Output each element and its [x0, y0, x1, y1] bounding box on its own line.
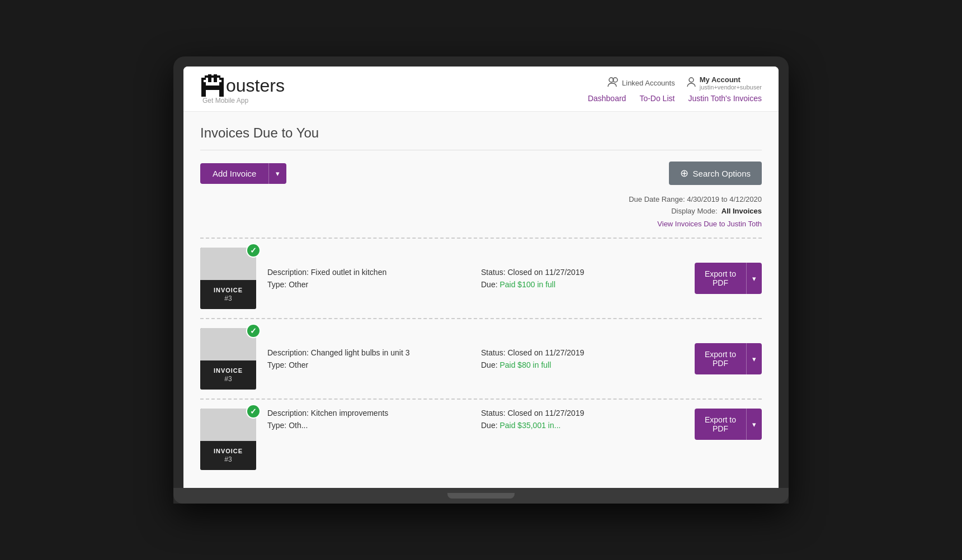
- svg-rect-2: [201, 86, 224, 90]
- desc-label: Description:: [267, 409, 309, 417]
- get-mobile-link[interactable]: Get Mobile App: [200, 97, 285, 105]
- invoice-status: Status: Closed on 11/27/2019: [481, 409, 683, 417]
- my-account-user: justin+vendor+subuser: [700, 84, 762, 91]
- invoice-thumbnail: ✓ INVOICE #3: [200, 328, 256, 390]
- invoice-status: Status: Closed on 11/27/2019: [481, 348, 683, 357]
- svg-rect-6: [204, 80, 206, 82]
- search-options-label: Search Options: [693, 169, 751, 178]
- nav-invoices[interactable]: Justin Toth's Invoices: [688, 94, 762, 103]
- status-label: Status:: [481, 348, 506, 357]
- type-value: Other: [289, 280, 308, 289]
- type-value: Other: [289, 360, 308, 369]
- invoice-thumbnail: ✓ INVOICE #3: [200, 409, 256, 470]
- invoice-status-area: Status: Closed on 11/27/2019 Due: Paid $…: [481, 268, 683, 289]
- invoice-type: Type: Oth...: [267, 421, 470, 430]
- check-badge: ✓: [246, 324, 261, 338]
- invoice-description: Description: Fixed outlet in kitchen: [267, 268, 470, 277]
- desc-value: Kitchen improvements: [311, 409, 389, 417]
- invoice-item: ✓ INVOICE #3 Description: Changed light …: [200, 319, 762, 400]
- linked-accounts-icon: [607, 77, 619, 89]
- add-invoice-button[interactable]: Add Invoice: [200, 163, 268, 184]
- search-options-button[interactable]: ⊕ Search Options: [669, 162, 762, 185]
- title-divider: [200, 150, 762, 150]
- invoice-label-text: INVOICE: [214, 287, 243, 293]
- invoice-label-text: INVOICE: [214, 367, 243, 374]
- invoice-details: Description: Changed light bulbs in unit…: [267, 348, 470, 369]
- laptop-notch: [447, 493, 515, 499]
- add-invoice-dropdown-button[interactable]: ▾: [268, 163, 286, 184]
- laptop-screen: ousters Get Mobile App Linked: [183, 67, 779, 488]
- export-pdf-button[interactable]: Export toPDF: [695, 263, 746, 294]
- export-group: Export toPDF ▾: [695, 343, 762, 374]
- invoice-description: Description: Changed light bulbs in unit…: [267, 348, 470, 357]
- status-label: Status:: [481, 409, 506, 417]
- logo-title: ousters: [200, 73, 285, 98]
- invoice-number: #3: [224, 295, 232, 302]
- invoice-status: Status: Closed on 11/27/2019: [481, 268, 683, 277]
- my-account-label: My Account: [700, 75, 762, 84]
- invoice-list: ✓ INVOICE #3 Description: Fixed outlet i…: [200, 238, 762, 474]
- due-label: Due:: [481, 280, 498, 289]
- logo-text: ousters: [226, 75, 285, 96]
- due-value: Paid $100 in full: [499, 280, 555, 289]
- invoice-number: #3: [224, 375, 232, 383]
- nav-todo[interactable]: To-Do List: [639, 94, 675, 103]
- invoice-type: Type: Other: [267, 360, 470, 369]
- status-value: Closed on 11/27/2019: [507, 348, 584, 357]
- add-invoice-group: Add Invoice ▾: [200, 163, 286, 184]
- display-mode-prefix: Display Mode:: [671, 207, 717, 215]
- logo-icon: [200, 73, 225, 98]
- my-account-area: My Account justin+vendor+subuser: [686, 75, 762, 91]
- type-label: Type:: [267, 421, 286, 430]
- laptop-frame: ousters Get Mobile App Linked: [173, 56, 789, 504]
- due-value: Paid $80 in full: [499, 360, 551, 369]
- svg-rect-5: [205, 75, 220, 78]
- export-dropdown-button[interactable]: ▾: [746, 263, 762, 294]
- laptop-base: [173, 488, 789, 504]
- due-label: Due:: [481, 360, 498, 369]
- app-header: ousters Get Mobile App Linked: [183, 67, 779, 112]
- export-dropdown-button[interactable]: ▾: [746, 409, 762, 440]
- page-title: Invoices Due to You: [200, 125, 762, 141]
- invoice-number: #3: [224, 455, 232, 463]
- linked-accounts-button[interactable]: Linked Accounts: [607, 77, 675, 89]
- type-value-partial: Oth...: [289, 421, 308, 430]
- my-account-text: My Account justin+vendor+subuser: [700, 75, 762, 91]
- filter-date-range: Due Date Range: 4/30/2019 to 4/12/2020: [200, 195, 762, 203]
- invoice-due: Due: Paid $35,001 in...: [481, 421, 683, 430]
- invoice-due: Due: Paid $80 in full: [481, 360, 683, 369]
- type-label: Type:: [267, 360, 286, 369]
- nav-dashboard[interactable]: Dashboard: [588, 94, 626, 103]
- invoice-status-area: Status: Closed on 11/27/2019 Due: Paid $…: [481, 409, 683, 430]
- display-mode-value: All Invoices: [722, 207, 762, 215]
- due-label: Due:: [481, 421, 498, 430]
- desc-label: Description:: [267, 268, 309, 277]
- desc-value: Changed light bulbs in unit 3: [311, 348, 410, 357]
- desc-label: Description:: [267, 348, 309, 357]
- export-pdf-button[interactable]: Export toPDF: [695, 343, 746, 374]
- linked-accounts-label: Linked Accounts: [622, 79, 675, 87]
- invoice-details: Description: Kitchen improvements Type: …: [267, 409, 470, 430]
- search-plus-icon: ⊕: [680, 167, 689, 179]
- due-value-partial: Paid $35,001 in...: [499, 421, 560, 430]
- export-group: Export toPDF ▾: [695, 409, 762, 440]
- svg-rect-7: [219, 80, 221, 82]
- export-group: Export toPDF ▾: [695, 263, 762, 294]
- view-invoices-link[interactable]: View Invoices Due to Justin Toth: [657, 220, 762, 228]
- header-right: Linked Accounts My Account justin+vendor…: [588, 75, 762, 103]
- export-pdf-button[interactable]: Export toPDF: [695, 409, 746, 440]
- filter-display-mode: Display Mode: All Invoices: [200, 207, 762, 215]
- invoice-item: ✓ INVOICE #3 Description: Fixed outlet i…: [200, 239, 762, 319]
- check-badge: ✓: [246, 404, 261, 419]
- invoice-type: Type: Other: [267, 280, 470, 289]
- logo-area: ousters Get Mobile App: [200, 73, 285, 105]
- export-dropdown-button[interactable]: ▾: [746, 343, 762, 374]
- main-content: Invoices Due to You Add Invoice ▾ ⊕ Sear…: [183, 112, 779, 488]
- invoice-due: Due: Paid $100 in full: [481, 280, 683, 289]
- filter-info: Due Date Range: 4/30/2019 to 4/12/2020 D…: [200, 195, 762, 229]
- invoice-description: Description: Kitchen improvements: [267, 409, 470, 417]
- check-badge: ✓: [246, 243, 261, 258]
- my-account-person-icon: [686, 77, 696, 89]
- header-top-links: Linked Accounts My Account justin+vendor…: [607, 75, 762, 91]
- invoice-item-partial: ✓ INVOICE #3 Description: Kitchen improv…: [200, 400, 762, 474]
